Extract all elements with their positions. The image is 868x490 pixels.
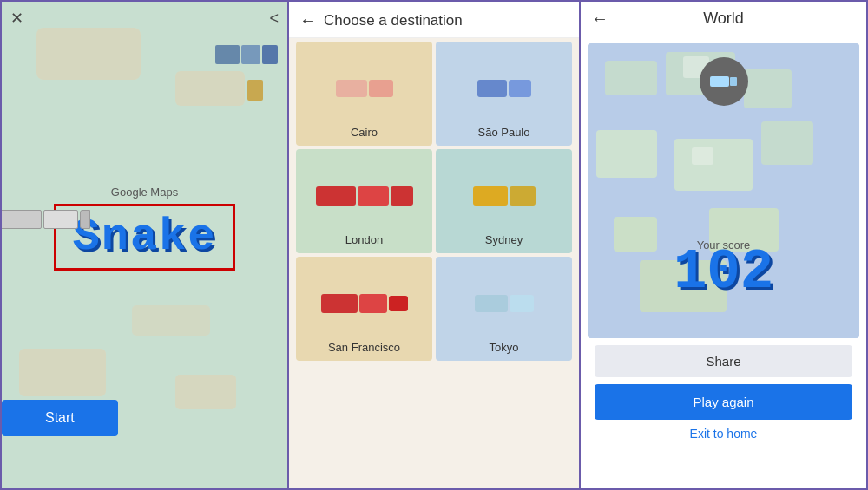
cairo-train [335, 80, 394, 97]
destination-san-francisco[interactable]: San Francisco [296, 257, 432, 361]
back-button-p3[interactable]: ← [591, 9, 608, 29]
panel-world-score: ← World Your score 102 Share [579, 0, 868, 490]
sao-paulo-label: São Paulo [478, 126, 530, 139]
google-maps-label: Google Maps [111, 186, 178, 199]
sydney-label: Sydney [485, 233, 523, 246]
score-value: 102 [674, 241, 773, 304]
sydney-train [472, 186, 536, 206]
close-button[interactable]: ✕ [10, 9, 23, 28]
london-train [315, 186, 414, 206]
san-francisco-label: San Francisco [328, 341, 400, 354]
play-again-button[interactable]: Play again [595, 384, 852, 420]
train-decoration-left [0, 210, 91, 229]
panel2-header: ← Choose a destination [289, 2, 579, 38]
sao-paulo-train [477, 80, 532, 97]
destination-sydney[interactable]: Sydney [436, 149, 572, 253]
panel3-header: ← World [581, 2, 866, 36]
land-7 [614, 217, 657, 252]
world-game-area: Your score 102 [588, 43, 859, 338]
destination-cairo[interactable]: Cairo [296, 42, 432, 146]
land-1 [605, 61, 657, 95]
destination-grid: Cairo São Paulo London [289, 38, 579, 368]
exit-to-home-link[interactable]: Exit to home [581, 427, 866, 441]
share-button[interactable]: < [269, 9, 279, 28]
destination-london[interactable]: London [296, 149, 432, 253]
world-title: World [608, 10, 838, 28]
land-3 [744, 69, 792, 108]
land-5 [674, 139, 753, 191]
back-button-p2[interactable]: ← [299, 10, 317, 30]
tokyo-label: Tokyo [490, 341, 519, 354]
share-button[interactable]: Share [595, 345, 852, 377]
london-label: London [345, 233, 383, 246]
destination-sao-paulo[interactable]: São Paulo [436, 42, 572, 146]
land-6 [761, 121, 813, 165]
panel-snake-start: ✕ < Google Maps Snake Start [0, 0, 289, 490]
san-francisco-train [320, 294, 409, 313]
highlight-2 [692, 147, 713, 165]
land-4 [596, 130, 657, 178]
train-icon-circle [700, 57, 748, 106]
snake-title: Snake [72, 212, 216, 263]
train-decoration-top [214, 45, 279, 64]
panel-choose-destination: ← Choose a destination Cairo São Paulo [289, 0, 579, 490]
cairo-label: Cairo [351, 126, 378, 139]
destination-tokyo[interactable]: Tokyo [436, 257, 572, 361]
tokyo-train [474, 295, 535, 312]
choose-destination-title: Choose a destination [324, 12, 463, 29]
character-decoration [247, 80, 263, 101]
